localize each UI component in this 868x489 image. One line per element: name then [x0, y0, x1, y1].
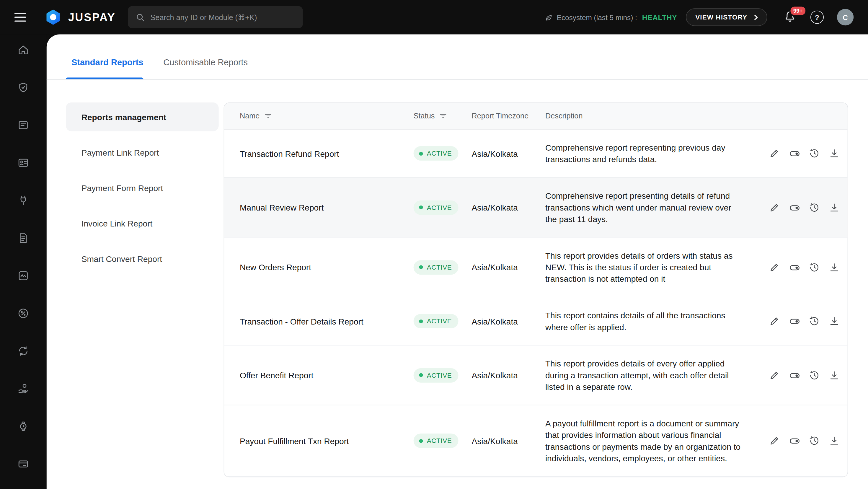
- report-description: This report provides details of every of…: [545, 358, 765, 392]
- edit-report-button[interactable]: [769, 370, 780, 381]
- report-category-item[interactable]: Smart Convert Report: [66, 244, 219, 273]
- integrations-plug-icon: [17, 194, 29, 206]
- toggle-icon: [789, 370, 800, 381]
- status-badge: ACTIVE: [414, 200, 459, 215]
- settlements-card-icon: [17, 458, 29, 470]
- tab-standard-reports[interactable]: Standard Reports: [71, 58, 144, 79]
- sidebar-item-analytics[interactable]: [17, 270, 29, 282]
- toggle-report-button[interactable]: [789, 370, 800, 381]
- watch-icon: [17, 420, 29, 432]
- menu-icon[interactable]: [14, 11, 26, 24]
- download-report-button[interactable]: [829, 316, 840, 327]
- table-row: Manual Review Report ACTIVE Asia/Kolkata…: [224, 178, 847, 238]
- download-report-button[interactable]: [829, 435, 840, 447]
- column-label-timezone: Report Timezone: [472, 112, 529, 120]
- report-status-cell: ACTIVE: [414, 200, 472, 215]
- download-icon: [829, 370, 840, 381]
- table-row: Offer Benefit Report ACTIVE Asia/Kolkata…: [224, 345, 847, 405]
- schedule-history-button[interactable]: [809, 316, 820, 327]
- download-report-button[interactable]: [829, 202, 840, 213]
- schedule-history-button[interactable]: [809, 262, 820, 273]
- search-bar[interactable]: [128, 6, 303, 28]
- notifications-button[interactable]: 99+: [783, 10, 797, 25]
- name-filter-button[interactable]: [264, 112, 272, 120]
- toggle-report-button[interactable]: [789, 435, 800, 447]
- search-input[interactable]: [150, 13, 294, 21]
- payouts-icon: [17, 383, 29, 395]
- sidebar-item-payments[interactable]: [17, 82, 29, 94]
- report-category-item[interactable]: Payment Form Report: [66, 173, 219, 202]
- edit-report-button[interactable]: [769, 148, 780, 159]
- status-badge: ACTIVE: [414, 146, 459, 161]
- help-button[interactable]: ?: [810, 11, 824, 24]
- leaf-icon: [545, 13, 553, 21]
- sidebar-item-integrations[interactable]: [17, 194, 29, 206]
- sidebar-item-settlements[interactable]: [17, 458, 29, 470]
- history-clock-icon: [809, 435, 820, 447]
- column-label-status: Status: [414, 112, 435, 120]
- report-name: Manual Review Report: [224, 202, 413, 213]
- row-actions: [764, 435, 847, 447]
- status-dot-icon: [419, 151, 423, 155]
- report-category-item[interactable]: Reports management: [66, 102, 219, 131]
- reports-table: Name Status Report Timezone: [224, 102, 848, 477]
- edit-pencil-icon: [769, 316, 780, 327]
- report-timezone: Asia/Kolkata: [472, 149, 545, 158]
- help-icon: ?: [815, 13, 819, 21]
- download-report-button[interactable]: [829, 148, 840, 159]
- status-badge: ACTIVE: [414, 368, 459, 383]
- brand[interactable]: JUSPAY: [45, 9, 116, 25]
- edit-pencil-icon: [769, 370, 780, 381]
- download-icon: [829, 435, 840, 447]
- status-filter-button[interactable]: [439, 112, 447, 120]
- status-label: ACTIVE: [427, 149, 452, 157]
- top-bar: JUSPAY Ecosystem (last 5 mins) : HEALTHY…: [0, 0, 868, 34]
- schedule-history-button[interactable]: [809, 202, 820, 213]
- report-timezone: Asia/Kolkata: [472, 370, 545, 380]
- column-header-timezone: Report Timezone: [472, 112, 545, 120]
- sidebar-item-offers[interactable]: [17, 307, 29, 319]
- schedule-history-button[interactable]: [809, 435, 820, 447]
- report-description: Comprehensive report representing previo…: [545, 142, 765, 165]
- sidebar-item-refunds[interactable]: [17, 345, 29, 357]
- history-clock-icon: [809, 148, 820, 159]
- avatar[interactable]: C: [837, 9, 854, 25]
- edit-report-button[interactable]: [769, 262, 780, 273]
- table-row: Payout Fulfillment Txn Report ACTIVE Asi…: [224, 405, 847, 477]
- sidebar-item-invoices[interactable]: [17, 232, 29, 244]
- ecosystem-label: Ecosystem (last 5 mins) :: [557, 13, 637, 21]
- report-categories-panel: Reports management Payment Link Report P…: [66, 102, 219, 280]
- status-badge: ACTIVE: [414, 260, 459, 274]
- edit-report-button[interactable]: [769, 435, 780, 447]
- sidebar-item-home[interactable]: [17, 44, 29, 56]
- edit-pencil-icon: [769, 262, 780, 273]
- payments-shield-icon: [17, 82, 29, 94]
- report-timezone: Asia/Kolkata: [472, 316, 545, 326]
- sidebar-item-payouts[interactable]: [17, 383, 29, 395]
- toggle-icon: [789, 316, 800, 327]
- edit-report-button[interactable]: [769, 316, 780, 327]
- toggle-icon: [789, 148, 800, 159]
- report-category-label: Payment Link Report: [82, 148, 159, 157]
- toggle-report-button[interactable]: [789, 262, 800, 273]
- sidebar-item-customers[interactable]: [17, 157, 29, 169]
- report-timezone: Asia/Kolkata: [472, 203, 545, 212]
- view-history-button[interactable]: VIEW HISTORY: [686, 8, 767, 26]
- edit-report-button[interactable]: [769, 202, 780, 213]
- report-category-item[interactable]: Payment Link Report: [66, 138, 219, 167]
- schedule-history-button[interactable]: [809, 148, 820, 159]
- toggle-report-button[interactable]: [789, 148, 800, 159]
- tab-customisable-reports[interactable]: Customisable Reports: [163, 58, 248, 79]
- download-report-button[interactable]: [829, 262, 840, 273]
- sidebar-item-payment-pages[interactable]: [17, 119, 29, 131]
- schedule-history-button[interactable]: [809, 370, 820, 381]
- notification-badge: 99+: [789, 6, 807, 16]
- invoices-icon: [17, 232, 29, 244]
- sidebar-item-watch[interactable]: [17, 420, 29, 432]
- history-clock-icon: [809, 370, 820, 381]
- report-category-item[interactable]: Invoice Link Report: [66, 209, 219, 238]
- download-report-button[interactable]: [829, 370, 840, 381]
- status-dot-icon: [419, 373, 423, 377]
- toggle-report-button[interactable]: [789, 316, 800, 327]
- toggle-report-button[interactable]: [789, 202, 800, 213]
